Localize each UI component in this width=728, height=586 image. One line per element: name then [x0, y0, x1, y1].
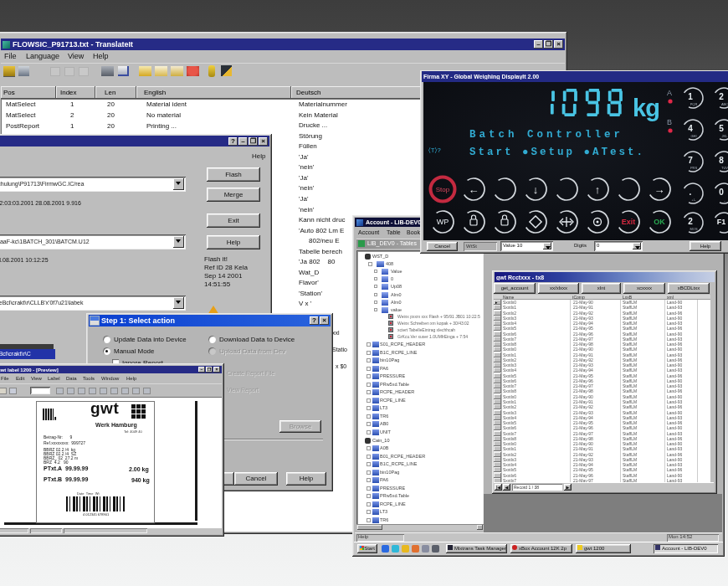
- svg-text:OK: OK: [654, 218, 665, 226]
- svg-text:+/-: +/-: [692, 198, 696, 202]
- svg-text:WP: WP: [437, 218, 449, 226]
- svg-text:Batch Controller: Batch Controller: [469, 129, 623, 141]
- svg-text:↑: ↑: [595, 183, 601, 196]
- svg-text:〈T〉?: 〈T〉?: [428, 146, 441, 154]
- svg-text:↓: ↓: [533, 183, 539, 196]
- svg-text:1: 1: [688, 92, 693, 101]
- svg-text:4: 4: [688, 124, 693, 133]
- svg-text:2: 2: [688, 217, 693, 226]
- svg-text:F1: F1: [717, 218, 726, 226]
- svg-text:kg: kg: [633, 95, 659, 121]
- svg-text:TUV: TUV: [721, 166, 728, 170]
- svg-text:.: .: [690, 188, 692, 197]
- svg-text:5: 5: [719, 124, 724, 133]
- svg-text:Stop: Stop: [436, 186, 450, 193]
- svg-text:2: 2: [719, 92, 724, 101]
- svg-text:B: B: [667, 118, 672, 126]
- svg-text:GHI: GHI: [690, 134, 696, 138]
- svg-text:0: 0: [719, 188, 724, 197]
- svg-text:PQR: PQR: [690, 102, 698, 106]
- svg-text:ABC: ABC: [721, 102, 728, 106]
- svg-text:←: ←: [469, 183, 479, 196]
- svg-text:JKL: JKL: [722, 134, 728, 138]
- svg-text:Exit: Exit: [622, 218, 636, 226]
- svg-text:PRS: PRS: [690, 166, 698, 170]
- svg-text:→: →: [654, 183, 665, 196]
- svg-text:_: _: [723, 198, 726, 202]
- svg-text:A: A: [667, 89, 672, 97]
- svg-text:MOS: MOS: [690, 227, 697, 231]
- svg-text:Start ●Setup ●ATest.: Start ●Setup ●ATest.: [469, 146, 645, 158]
- svg-text:8: 8: [719, 156, 724, 165]
- svg-text:7: 7: [688, 156, 693, 165]
